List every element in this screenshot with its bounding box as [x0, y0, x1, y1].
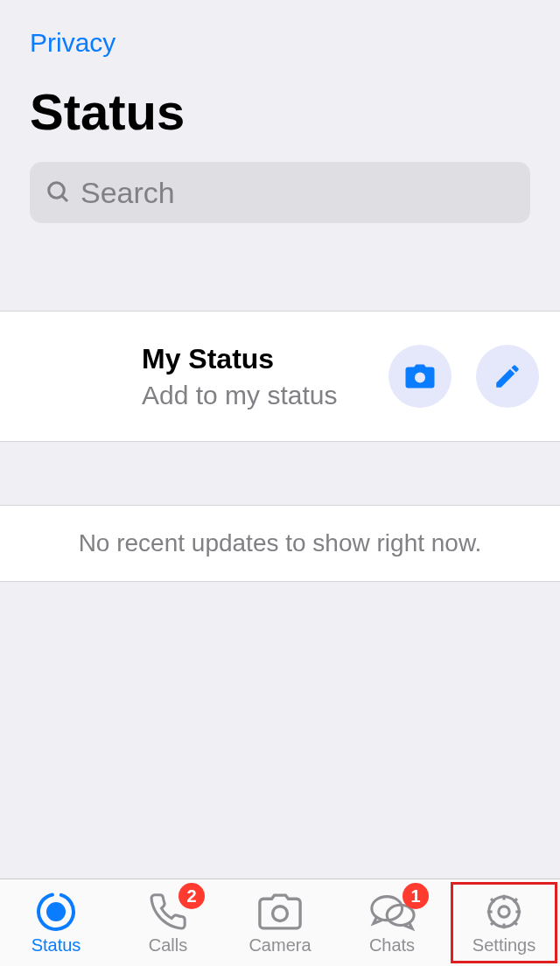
pencil-icon — [493, 361, 522, 391]
avatar — [0, 312, 140, 441]
calls-badge: 2 — [178, 883, 205, 909]
tab-status-label: Status — [32, 935, 81, 956]
search-icon — [46, 179, 72, 206]
camera-tab-icon — [257, 893, 303, 930]
empty-updates-card: No recent updates to show right now. — [0, 505, 560, 582]
svg-point-0 — [49, 183, 65, 199]
svg-point-5 — [273, 906, 288, 921]
tab-chats[interactable]: 1 Chats — [336, 879, 448, 966]
svg-line-1 — [62, 196, 67, 201]
tab-camera-label: Camera — [248, 935, 311, 956]
search-placeholder: Search — [80, 176, 175, 210]
camera-status-button[interactable] — [388, 345, 452, 408]
my-status-row[interactable]: My Status Add to my status — [0, 311, 560, 442]
status-icon — [36, 892, 76, 932]
text-status-button[interactable] — [476, 345, 539, 408]
empty-message: No recent updates to show right now. — [79, 529, 482, 557]
tab-calls[interactable]: 2 Calls — [112, 879, 224, 966]
my-status-title: My Status — [142, 343, 364, 375]
tab-status[interactable]: Status — [0, 879, 112, 966]
page-title: Status — [30, 82, 530, 141]
camera-icon — [404, 363, 436, 389]
tab-settings-label: Settings — [472, 935, 536, 956]
search-input[interactable]: Search — [30, 162, 530, 223]
tab-bar: Status 2 Calls Camera 1 — [0, 878, 560, 966]
privacy-link[interactable]: Privacy — [30, 28, 530, 58]
svg-point-8 — [499, 906, 509, 917]
svg-point-2 — [415, 373, 425, 383]
svg-point-9 — [489, 897, 520, 928]
gear-icon — [484, 892, 524, 932]
tab-chats-label: Chats — [369, 935, 415, 956]
svg-point-4 — [46, 902, 66, 921]
tab-camera[interactable]: Camera — [224, 879, 336, 966]
my-status-subtitle: Add to my status — [142, 381, 364, 410]
chats-badge: 1 — [402, 883, 429, 909]
tab-calls-label: Calls — [149, 935, 187, 956]
tab-settings[interactable]: Settings — [448, 879, 560, 966]
